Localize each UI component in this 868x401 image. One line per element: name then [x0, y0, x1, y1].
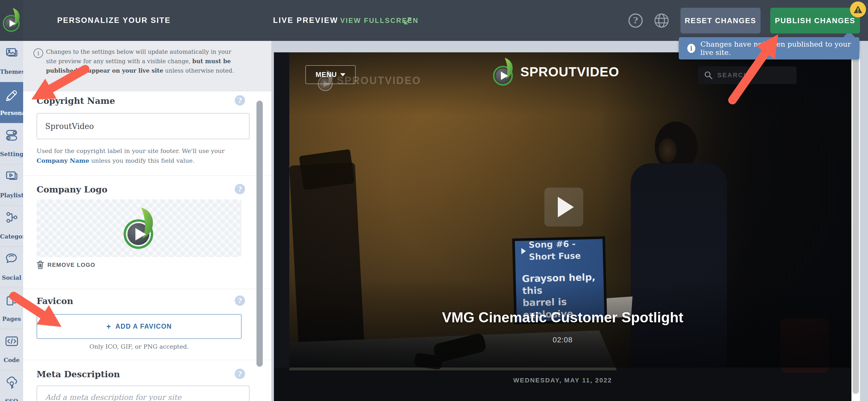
sidebar-item-label: Pages [0, 315, 23, 322]
meta-description-heading: Meta Description [37, 369, 120, 379]
pencil-icon [5, 87, 19, 101]
info-outline-icon: i [33, 48, 43, 58]
unpublished-tooltip: i Changes have not been published to you… [679, 37, 860, 60]
company-logo-heading: Company Logo [37, 184, 107, 194]
meta-help-icon[interactable]: ? [235, 369, 245, 379]
sidebar-item-label: Personalize [0, 110, 23, 116]
sidebar-item-label: SSO [0, 398, 23, 401]
site-search-box[interactable] [698, 66, 797, 84]
site-name: SPROUTVIDEO [520, 64, 619, 80]
notice-text: Changes to the settings below will updat… [46, 47, 237, 75]
code-icon [5, 334, 19, 348]
section-divider [23, 289, 271, 289]
copyright-helper-text: Used for the copyright label in your sit… [37, 146, 242, 165]
app-window: PERSONALIZE YOUR SITE LIVE PREVIEW VIEW … [0, 0, 868, 401]
video-duration: 02:08 [274, 336, 851, 344]
sidebar-item-settings[interactable]: Settings [0, 123, 23, 164]
live-preview-frame: Song #6 - Short Fuse Grayson help, this … [274, 52, 851, 401]
favicon-hint: Only ICO, GIF, or PNG accepted. [37, 343, 242, 350]
section-divider [23, 360, 271, 360]
expand-icon [402, 15, 414, 27]
sidebar-item-personalize[interactable]: Personalize [0, 82, 23, 123]
site-menu-button[interactable]: MENU [305, 65, 356, 84]
trash-icon [37, 260, 44, 269]
svg-text:?: ? [633, 16, 638, 26]
pages-icon [5, 293, 19, 307]
copyright-name-input[interactable] [37, 113, 250, 139]
sidebar-item-label: Settings [0, 151, 23, 158]
themes-icon [5, 46, 19, 60]
sidebar-item-playlists[interactable]: Playlists [0, 164, 23, 206]
add-favicon-label: ADD A FAVICON [116, 322, 172, 330]
copyright-help-icon[interactable]: ? [235, 95, 245, 105]
publish-changes-button[interactable]: PUBLISH CHANGES [770, 8, 860, 33]
toggles-icon [5, 128, 19, 142]
warning-triangle-icon [853, 5, 863, 14]
play-icon [558, 197, 574, 217]
video-date: WEDNESDAY, MAY 11, 2022 [513, 377, 612, 384]
sidebar-item-code[interactable]: Code [0, 329, 23, 370]
panel-title: PERSONALIZE YOUR SITE [57, 0, 171, 41]
unpublished-warning-badge [850, 1, 866, 18]
remove-logo-label: REMOVE LOGO [48, 262, 95, 268]
video-play-button[interactable] [545, 188, 583, 226]
copyright-name-heading: Copyright Name [37, 96, 115, 106]
sidebar: Themes Personalize Settings Playlists Ca… [0, 41, 24, 401]
tooltip-text: Changes have not been published to your … [701, 40, 860, 57]
search-icon [704, 71, 713, 80]
add-favicon-button[interactable]: + ADD A FAVICON [37, 314, 242, 339]
categories-icon [5, 211, 19, 224]
site-search-input[interactable] [717, 71, 786, 79]
help-icon[interactable]: ? [627, 12, 644, 29]
sidebar-item-label: Themes [0, 68, 23, 75]
company-name-link[interactable]: Company Name [37, 157, 89, 164]
sidebar-item-sso[interactable]: SSO [0, 370, 23, 401]
chat-bubble-icon [5, 252, 19, 266]
sidebar-item-label: Social [0, 274, 23, 281]
company-logo-help-icon[interactable]: ? [235, 184, 245, 194]
favicon-heading: Favicon [37, 296, 73, 306]
sproutvideo-logo-icon [2, 6, 22, 34]
preview-gutter-left [271, 41, 274, 401]
autosave-notice: i Changes to the settings below will upd… [23, 41, 271, 91]
sidebar-item-label: Categories [0, 233, 23, 240]
favicon-help-icon[interactable]: ? [235, 296, 245, 306]
sidebar-item-categories[interactable]: Categories [0, 206, 23, 247]
reset-changes-button[interactable]: RESET CHANGES [680, 8, 761, 33]
preview-scrollbar-thumb[interactable] [852, 55, 859, 394]
menu-label: MENU [316, 71, 337, 79]
globe-icon[interactable] [654, 12, 670, 29]
video-title: VMG Cinematic Customer Spotlight [274, 309, 851, 326]
sidebar-item-social[interactable]: Social [0, 247, 23, 288]
site-brand: SPROUTVIDEO [492, 57, 619, 87]
sidebar-item-label: Code [0, 357, 23, 364]
sidebar-item-pages[interactable]: Pages [0, 288, 23, 329]
remove-logo-button[interactable]: REMOVE LOGO [37, 260, 95, 269]
company-logo-image [122, 205, 157, 251]
plus-icon: + [106, 322, 112, 331]
chevron-down-icon [340, 73, 345, 76]
site-date-section: WEDNESDAY, MAY 11, 2022 [274, 368, 851, 401]
site-logo-icon [492, 57, 515, 87]
company-logo-preview [37, 199, 242, 257]
info-icon: i [687, 44, 695, 53]
live-preview-label: LIVE PREVIEW [273, 0, 338, 41]
sso-cloud-key-icon [5, 375, 19, 389]
personalize-settings-panel: i Changes to the settings below will upd… [23, 41, 272, 401]
sidebar-item-label: Playlists [0, 192, 23, 199]
preview-gutter-right [860, 41, 868, 401]
sidebar-item-themes[interactable]: Themes [0, 41, 23, 82]
panel-scrollbar-thumb[interactable] [256, 101, 263, 367]
meta-description-textarea[interactable]: Add a meta description for your site [37, 385, 250, 401]
playlists-icon [5, 169, 19, 183]
app-logo-tile[interactable] [0, 0, 23, 41]
section-divider [23, 175, 271, 176]
